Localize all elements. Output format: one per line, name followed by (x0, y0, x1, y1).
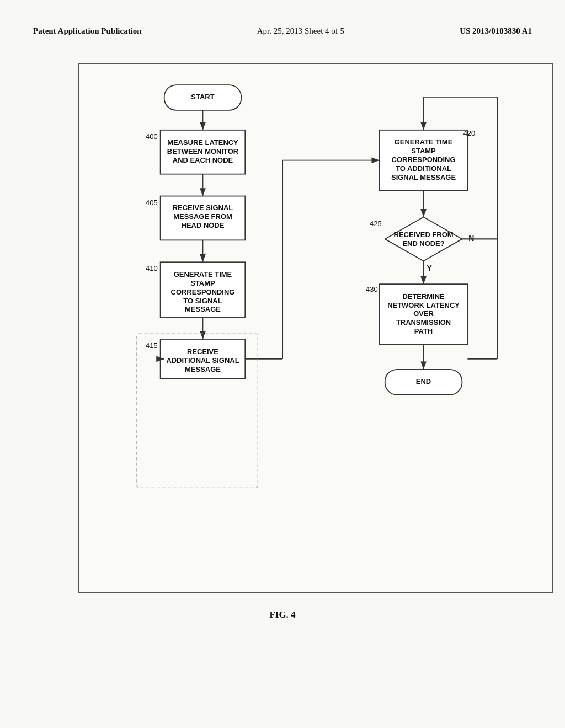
svg-text:Y: Y (427, 264, 433, 272)
svg-text:CORRESPONDING: CORRESPONDING (392, 156, 456, 164)
svg-text:START: START (191, 93, 214, 101)
svg-text:SIGNAL MESSAGE: SIGNAL MESSAGE (391, 173, 456, 181)
svg-text:425: 425 (370, 220, 382, 228)
svg-text:RECEIVE: RECEIVE (187, 347, 218, 356)
svg-text:GENERATE TIME: GENERATE TIME (174, 270, 232, 279)
svg-text:GENERATE TIME: GENERATE TIME (395, 138, 453, 146)
svg-text:400: 400 (146, 132, 158, 141)
svg-text:MESSAGE FROM: MESSAGE FROM (173, 212, 232, 221)
figure-caption: FIG. 4 (0, 609, 565, 620)
svg-text:MESSAGE: MESSAGE (185, 365, 221, 373)
svg-text:N: N (468, 234, 474, 243)
svg-text:TO SIGNAL: TO SIGNAL (183, 297, 222, 305)
svg-text:TRANSMISSION: TRANSMISSION (396, 318, 451, 326)
svg-text:END: END (416, 377, 431, 386)
svg-text:OVER: OVER (413, 309, 434, 318)
svg-text:415: 415 (146, 341, 158, 350)
svg-text:TO ADDITIONAL: TO ADDITIONAL (396, 164, 451, 173)
svg-text:410: 410 (146, 264, 158, 272)
svg-text:STAMP: STAMP (411, 147, 436, 155)
svg-text:AND EACH NODE: AND EACH NODE (173, 156, 233, 164)
publication-label: Patent Application Publication (33, 26, 142, 36)
svg-text:STAMP: STAMP (190, 279, 215, 287)
svg-text:MEASURE LATENCY: MEASURE LATENCY (167, 138, 238, 147)
svg-text:DETERMINE: DETERMINE (402, 292, 445, 301)
page-header: Patent Application Publication Apr. 25, … (0, 0, 565, 47)
page: Patent Application Publication Apr. 25, … (0, 0, 565, 728)
svg-text:420: 420 (463, 129, 476, 137)
svg-text:PATH: PATH (414, 327, 433, 335)
svg-text:430: 430 (366, 285, 378, 293)
date-sheet-label: Apr. 25, 2013 Sheet 4 of 5 (257, 26, 344, 36)
svg-text:RECEIVE SIGNAL: RECEIVE SIGNAL (173, 204, 233, 212)
svg-text:HEAD NODE: HEAD NODE (182, 221, 225, 229)
svg-text:ADDITIONAL SIGNAL: ADDITIONAL SIGNAL (166, 356, 239, 365)
svg-text:NETWORK LATENCY: NETWORK LATENCY (387, 301, 460, 309)
svg-text:END NODE?: END NODE? (402, 239, 444, 248)
flowchart-svg: .box-text { font-family: Arial, sans-ser… (79, 64, 552, 592)
svg-text:MESSAGE: MESSAGE (185, 305, 221, 313)
svg-text:RECEIVED FROM: RECEIVED FROM (394, 231, 454, 239)
patent-number-label: US 2013/0103830 A1 (460, 26, 532, 36)
diagram-container: .box-text { font-family: Arial, sans-ser… (78, 63, 553, 593)
svg-text:BETWEEN MONITOR: BETWEEN MONITOR (167, 147, 239, 156)
svg-text:405: 405 (146, 199, 158, 207)
svg-text:CORRESPONDING: CORRESPONDING (171, 288, 235, 296)
